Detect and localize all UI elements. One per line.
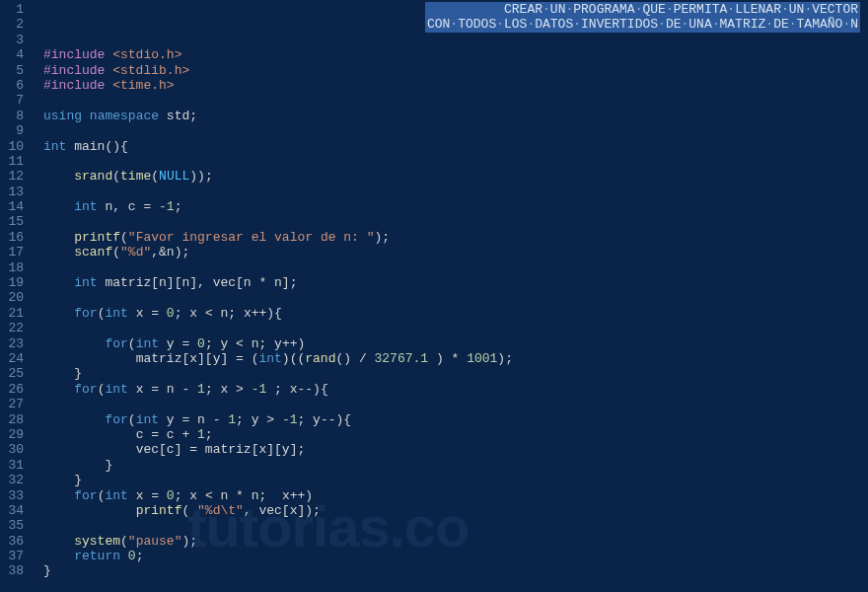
code-line: } (43, 563, 868, 578)
keyword: using (43, 109, 82, 123)
code-text: ; y--){ (298, 412, 352, 427)
code-text: ; y > (236, 412, 282, 427)
code-line: c = c + 1; (43, 427, 868, 442)
line-number: 14 (0, 199, 24, 214)
type: int (74, 199, 97, 214)
function-name: main (66, 139, 105, 154)
line-number: 3 (0, 33, 24, 47)
number: -1 (159, 199, 175, 214)
line-number: 34 (0, 503, 24, 518)
type: int (105, 488, 127, 503)
line-number: 31 (0, 458, 24, 473)
code-text: y = n - (159, 412, 228, 427)
code-line: for(int x = 0; x < n; x++){ (43, 306, 868, 321)
line-number: 25 (0, 366, 24, 381)
line-number: 33 (0, 488, 24, 503)
line-number: 37 (0, 549, 24, 563)
code-text: ; y < n; y++) (205, 336, 305, 351)
include-path: <stdio.h> (112, 47, 181, 62)
line-number: 12 (0, 169, 24, 184)
code-text: x = (128, 488, 167, 503)
code-line: for(int y = 0; y < n; y++) (43, 336, 868, 351)
line-number: 30 (0, 442, 24, 457)
include-path: <time.h> (112, 78, 174, 93)
type: int (105, 306, 127, 321)
type: int (105, 382, 127, 397)
line-number: 32 (0, 473, 24, 487)
code-line: } (43, 458, 868, 473)
code-text: c = c + (136, 427, 197, 442)
code-line (43, 33, 868, 47)
keyword: return (74, 549, 120, 563)
code-line: matriz[x][y] = (int)((rand() / 32767.1 )… (43, 351, 868, 366)
line-number: 35 (0, 518, 24, 533)
function-call: srand (74, 169, 112, 184)
code-line: scanf("%d",&n); (43, 245, 868, 259)
comment-line-2: CON·TODOS·LOS·DATOS·INVERTIDOS·DE·UNA·MA… (427, 17, 858, 32)
code-line: #include <stdlib.h> (43, 63, 868, 78)
code-line: #include <time.h> (43, 78, 868, 93)
line-number: 8 (0, 109, 24, 123)
type: int (258, 351, 281, 366)
line-number: 38 (0, 563, 24, 578)
keyword: namespace (90, 109, 159, 123)
string-literal: "pause" (128, 534, 182, 549)
code-editor[interactable]: 1234567891011121314151617181920212223242… (0, 0, 868, 592)
type: int (74, 275, 97, 290)
code-text: )(( (282, 351, 305, 366)
line-number: 5 (0, 63, 24, 78)
number: 1 (197, 382, 205, 397)
line-number: 9 (0, 123, 24, 138)
code-line: for(int y = n - 1; y > -1; y--){ (43, 412, 868, 427)
keyword: for (105, 336, 127, 351)
line-number: 4 (0, 47, 24, 62)
number: 0 (197, 336, 205, 351)
code-line: for(int x = 0; x < n * n; x++) (43, 488, 868, 503)
code-line (43, 185, 868, 199)
number: 1 (228, 412, 236, 427)
code-line: for(int x = n - 1; x > -1 ; x--){ (43, 382, 868, 397)
number: 32767.1 (375, 351, 429, 366)
arguments: , vec[x]); (244, 503, 321, 518)
line-number: 19 (0, 275, 24, 290)
number: 0 (167, 306, 175, 321)
type: int (43, 139, 66, 154)
line-number: 6 (0, 78, 24, 93)
function-call: printf (74, 230, 120, 245)
line-number: 16 (0, 230, 24, 245)
keyword: for (74, 306, 97, 321)
comment-line-1: CREAR·UN·PROGRAMA·QUE·PERMITA·LLENAR·UN·… (427, 2, 858, 17)
line-number: 13 (0, 185, 24, 199)
preprocessor: #include (43, 78, 112, 93)
code-line (43, 260, 868, 275)
code-text: ; x < n * n; x++) (175, 488, 313, 503)
include-path: <stdlib.h> (112, 63, 189, 78)
code-line (43, 93, 868, 108)
line-number: 7 (0, 93, 24, 108)
string-literal: "%d\t" (197, 503, 244, 518)
function-call: time (120, 169, 151, 184)
code-text: ; x--){ (266, 382, 327, 397)
preprocessor: #include (43, 63, 112, 78)
line-number: 18 (0, 260, 24, 275)
line-number: 28 (0, 412, 24, 427)
line-number: 26 (0, 382, 24, 397)
line-number: 20 (0, 290, 24, 305)
code-line: int main(){ (43, 139, 868, 154)
code-line (43, 518, 868, 533)
arguments: ,&n); (151, 245, 189, 259)
code-line: srand(time(NULL)); (43, 169, 868, 184)
code-line: system("pause"); (43, 534, 868, 549)
preprocessor: #include (43, 47, 112, 62)
code-line: } (43, 366, 868, 381)
line-number: 29 (0, 427, 24, 442)
line-number: 1 (0, 2, 24, 17)
line-number: 27 (0, 397, 24, 411)
code-line: } (43, 473, 868, 487)
line-number: 15 (0, 214, 24, 229)
function-call: scanf (74, 245, 112, 259)
code-area[interactable]: CREAR·UN·PROGRAMA·QUE·PERMITA·LLENAR·UN·… (32, 0, 868, 592)
code-line: using namespace std; (43, 109, 868, 123)
code-text: vec[c] = matriz[x][y]; (136, 442, 306, 457)
code-line: return 0; (43, 549, 868, 563)
